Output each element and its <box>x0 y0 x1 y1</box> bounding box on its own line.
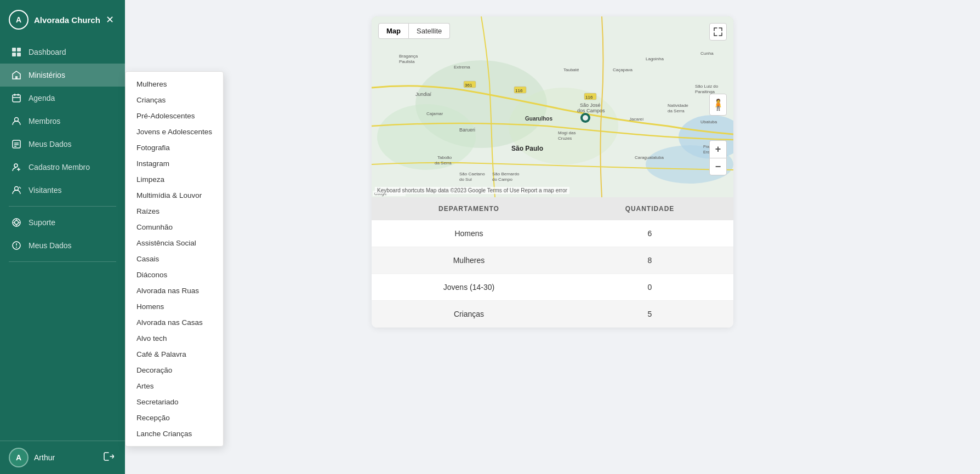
dropdown-item[interactable]: Fotografia <box>126 140 223 156</box>
app-title: Alvorada Church <box>34 15 100 25</box>
dropdown-item[interactable]: Comunhão <box>126 219 223 235</box>
svg-point-28 <box>16 247 17 248</box>
ministerios-icon <box>11 70 22 81</box>
map-zoom-in-button[interactable]: + <box>709 140 727 158</box>
table-cell-department: Homens <box>372 220 566 247</box>
svg-text:Bragança: Bragança <box>399 54 418 59</box>
col-header-quantity: QUANTIDADE <box>566 197 733 220</box>
table-row: Mulheres8 <box>372 247 733 274</box>
svg-rect-0 <box>12 48 16 52</box>
map-tabs: Map Satellite <box>378 23 450 39</box>
sidebar-item-meus-dados[interactable]: Meus Dados <box>0 133 125 156</box>
dropdown-item[interactable]: Secretariado <box>126 394 223 410</box>
svg-text:Cruzes: Cruzes <box>558 136 572 141</box>
dropdown-item[interactable]: Café & Palavra <box>126 346 223 362</box>
svg-text:Guarulhos: Guarulhos <box>525 116 552 122</box>
dropdown-item[interactable]: Crianças <box>126 92 223 108</box>
dropdown-item[interactable]: Alvorada nas Casas <box>126 315 223 330</box>
svg-text:Cunha: Cunha <box>700 51 714 56</box>
sidebar: A Alvorada Church ✕ Dashboard <box>0 0 125 474</box>
col-header-department: DEPARTAMENTO <box>372 197 566 220</box>
dropdown-item[interactable]: Limpeza <box>126 172 223 187</box>
sidebar-item-label-visitantes: Visitantes <box>29 186 61 195</box>
map-fullscreen-button[interactable] <box>709 23 727 41</box>
dropdown-item[interactable]: Casais <box>126 251 223 267</box>
table-row: Jovens (14-30)0 <box>372 274 733 301</box>
svg-rect-11 <box>13 140 20 148</box>
svg-line-19 <box>19 187 21 189</box>
sidebar-header: A Alvorada Church ✕ <box>0 0 125 36</box>
svg-text:Lagoinha: Lagoinha <box>646 56 664 61</box>
sidebar-item-visitantes[interactable]: Visitantes <box>0 179 125 202</box>
table-cell-department: Jovens (14-30) <box>372 274 566 301</box>
sidebar-item-label-suporte: Suporte <box>29 218 55 227</box>
table-cell-quantity: 8 <box>566 247 733 274</box>
meus-dados-icon <box>11 139 22 150</box>
svg-rect-2 <box>12 53 16 56</box>
table-cell-department: Crianças <box>372 301 566 328</box>
svg-text:Mogi das: Mogi das <box>558 130 576 135</box>
sidebar-item-membros[interactable]: Membros <box>0 110 125 133</box>
sidebar-item-label-ministerios: Ministérios <box>29 71 65 79</box>
table-cell-department: Mulheres <box>372 247 566 274</box>
svg-text:do Sul: do Sul <box>459 177 472 182</box>
dropdown-item[interactable]: Assistência Social <box>126 235 223 251</box>
dropdown-item[interactable]: Instagram <box>126 156 223 172</box>
sidebar-divider-2 <box>9 261 116 262</box>
dropdown-item[interactable]: Recepção <box>126 410 223 426</box>
table-row: Homens6 <box>372 220 733 247</box>
dropdown-item[interactable]: Diáconos <box>126 267 223 283</box>
sidebar-item-suporte[interactable]: Suporte <box>0 211 125 234</box>
svg-text:Jundiaí: Jundiaí <box>415 92 432 97</box>
sidebar-item-label-membros: Membros <box>29 117 60 125</box>
sidebar-item-agenda[interactable]: Agenda <box>0 87 125 110</box>
sidebar-item-label-meus-dados: Meus Dados <box>29 140 72 149</box>
dropdown-item[interactable]: Pré-Adolescentes <box>126 108 223 124</box>
dropdown-item[interactable]: Decoração <box>126 362 223 378</box>
map-zoom-out-button[interactable]: − <box>709 158 727 175</box>
user-name: Arthur <box>34 453 55 462</box>
sidebar-item-cadastro-membro[interactable]: Cadastro Membro <box>0 156 125 179</box>
sidebar-item-label-cadastro: Cadastro Membro <box>29 163 90 172</box>
map-background: Jundiaí Barueri Guarulhos São Paulo Mogi… <box>372 16 733 197</box>
sidebar-item-label-dashboard: Dashboard <box>29 48 66 56</box>
close-sidebar-button[interactable]: ✕ <box>104 12 116 28</box>
dashboard-icon <box>11 47 22 58</box>
dropdown-item[interactable]: Multimídia & Louvor <box>126 187 223 203</box>
map-street-view-button[interactable]: 🧍 <box>709 94 727 116</box>
svg-text:da Serra: da Serra <box>668 108 685 113</box>
dropdown-item[interactable]: Raízes <box>126 203 223 219</box>
main-content: Jundiaí Barueri Guarulhos São Paulo Mogi… <box>125 0 980 474</box>
map-tab-satellite[interactable]: Satellite <box>409 23 450 39</box>
svg-text:Barueri: Barueri <box>459 127 475 133</box>
sidebar-item-label-agenda: Agenda <box>29 94 55 102</box>
svg-point-15 <box>14 164 18 167</box>
sidebar-item-meus-dados-footer[interactable]: Meus Dados <box>0 234 125 257</box>
dropdown-item[interactable]: Homens <box>126 299 223 315</box>
table-row: Crianças5 <box>372 301 733 328</box>
sidebar-item-ministerios[interactable]: Ministérios <box>0 64 125 87</box>
dropdown-item[interactable]: Alvorada nas Ruas <box>126 283 223 299</box>
svg-text:São José: São José <box>580 102 601 108</box>
dropdown-item[interactable]: Alvo tech <box>126 330 223 346</box>
dropdown-item[interactable]: Mulheres <box>126 76 223 92</box>
meus-dados-footer-icon <box>11 240 22 251</box>
svg-text:Caraguatatuba: Caraguatatuba <box>635 155 664 160</box>
logout-button[interactable] <box>101 449 116 467</box>
dropdown-item[interactable]: Artes <box>126 378 223 394</box>
sidebar-item-label-meus-dados-footer: Meus Dados <box>29 241 72 250</box>
map-credits: Keyboard shortcuts Map data ©2023 Google… <box>375 187 569 194</box>
sidebar-item-dashboard[interactable]: Dashboard <box>0 41 125 64</box>
table-cell-quantity: 0 <box>566 274 733 301</box>
dropdown-item[interactable]: Lanche Crianças <box>126 426 223 442</box>
sidebar-divider-1 <box>9 206 116 207</box>
suporte-icon <box>11 217 22 228</box>
svg-point-21 <box>15 221 19 225</box>
dropdown-item[interactable]: Jovens e Adolescentes <box>126 124 223 140</box>
map-tab-map[interactable]: Map <box>378 23 409 39</box>
svg-rect-5 <box>15 76 18 79</box>
sidebar-nav: Dashboard Ministérios Agen <box>0 36 125 441</box>
svg-text:São Bernardo: São Bernardo <box>492 172 520 176</box>
table-header-row: DEPARTAMENTO QUANTIDADE <box>372 197 733 220</box>
table-cell-quantity: 5 <box>566 301 733 328</box>
